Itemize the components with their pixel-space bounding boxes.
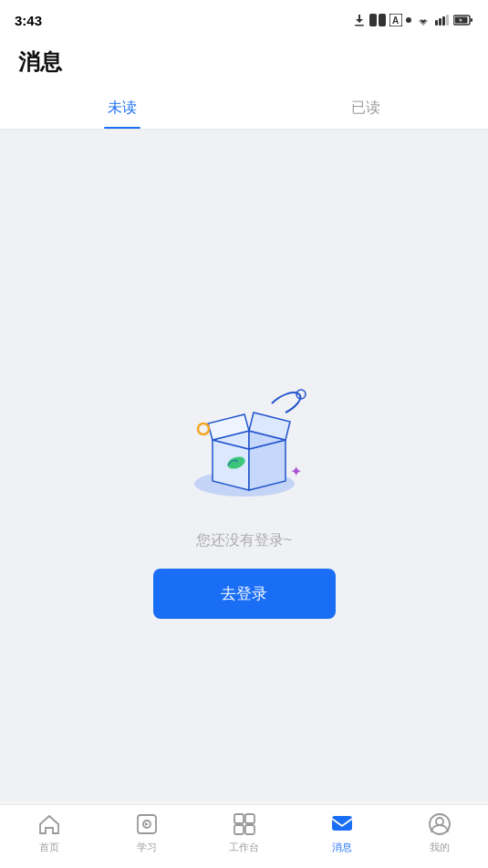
message-icon	[329, 811, 355, 837]
mine-icon	[427, 811, 452, 837]
svg-marker-26	[145, 822, 149, 826]
svg-point-22	[198, 424, 209, 434]
nav-label-study: 学习	[137, 841, 157, 854]
tab-read[interactable]: 已读	[244, 88, 489, 129]
nav-item-study[interactable]: 学习	[98, 811, 195, 862]
download-icon	[353, 13, 366, 27]
status-bar: 3:43 A	[0, 0, 488, 40]
nav-item-workbench[interactable]: 工作台	[195, 811, 293, 862]
battery-icon	[453, 15, 473, 26]
wifi-icon	[415, 14, 431, 26]
empty-illustration: ✦	[153, 349, 336, 513]
a-icon: A	[389, 14, 402, 26]
page-title: 消息	[18, 47, 470, 88]
header: 消息	[0, 40, 488, 88]
workbench-icon	[232, 811, 257, 837]
nav-item-message[interactable]: 消息	[293, 811, 390, 862]
svg-rect-31	[332, 816, 352, 831]
status-time: 3:43	[15, 13, 42, 28]
empty-text: 您还没有登录~	[196, 531, 292, 550]
dot-icon	[406, 17, 411, 23]
main-content: ✦ 您还没有登录~ 去登录	[0, 130, 488, 800]
signal-icon	[435, 15, 450, 26]
svg-text:✦: ✦	[290, 464, 302, 479]
nav-label-message: 消息	[332, 841, 352, 854]
svg-rect-9	[446, 15, 449, 26]
study-icon	[134, 811, 160, 837]
svg-rect-2	[379, 14, 386, 26]
svg-point-5	[406, 17, 411, 23]
svg-point-33	[436, 818, 443, 825]
svg-rect-1	[369, 14, 377, 26]
svg-rect-8	[442, 16, 445, 26]
home-icon	[36, 811, 62, 837]
svg-rect-27	[234, 814, 244, 823]
tab-unread[interactable]: 未读	[0, 88, 244, 129]
status-icons: A	[353, 13, 473, 27]
empty-state: ✦ 您还没有登录~ 去登录	[153, 349, 336, 619]
login-button[interactable]: 去登录	[153, 569, 336, 619]
svg-rect-29	[234, 825, 244, 834]
nav-item-mine[interactable]: 我的	[390, 811, 488, 862]
bottom-nav: 首页 学习 工作台 消息 我的	[0, 804, 488, 868]
svg-rect-6	[435, 20, 438, 26]
svg-rect-7	[439, 18, 441, 26]
nav-item-home[interactable]: 首页	[0, 811, 98, 862]
nav-label-home: 首页	[39, 841, 59, 854]
svg-rect-30	[245, 825, 254, 834]
nav-label-mine: 我的	[430, 841, 450, 854]
nav-label-workbench: 工作台	[229, 841, 259, 854]
svg-rect-11	[471, 18, 472, 22]
svg-rect-28	[245, 814, 254, 823]
svg-text:A: A	[392, 16, 399, 26]
square-icon-1	[369, 14, 386, 26]
svg-rect-0	[355, 25, 364, 26]
tabs: 未读 已读	[0, 88, 488, 130]
